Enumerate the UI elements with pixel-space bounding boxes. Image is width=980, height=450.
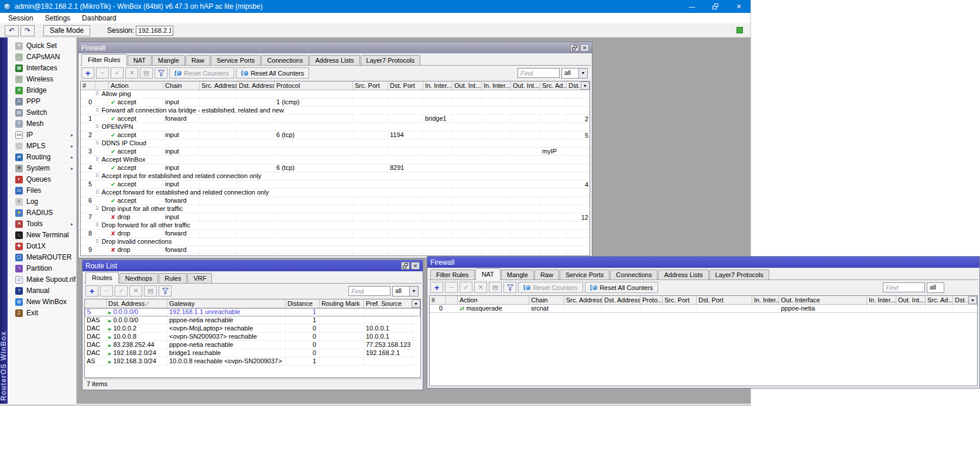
column-header[interactable]: Proto... bbox=[640, 296, 663, 304]
tab-vrf[interactable]: VRF bbox=[187, 273, 212, 283]
column-header[interactable]: Src. Ad... bbox=[926, 296, 953, 304]
enable-button[interactable]: ✓ bbox=[115, 285, 128, 296]
sidebar-item-ppp[interactable]: ≡PPP bbox=[8, 96, 76, 107]
window-close-button[interactable]: ✕ bbox=[411, 262, 420, 270]
column-header[interactable]: Src. Port bbox=[353, 81, 388, 90]
column-header[interactable] bbox=[95, 81, 109, 90]
filter-button[interactable] bbox=[155, 67, 167, 79]
route-row[interactable]: DAS▶0.0.0.0/0pppoe-netia reachable1 bbox=[85, 316, 420, 325]
sidebar-item-radius[interactable]: ●RADIUS bbox=[8, 207, 76, 219]
tab-nat[interactable]: NAT bbox=[128, 55, 152, 65]
comment-button[interactable]: ▤ bbox=[144, 285, 157, 296]
route-row[interactable]: DAC▶83.238.252.44pppoe-netia reachable07… bbox=[85, 341, 420, 349]
firewall-rule-row[interactable]: 0⇄masqueradesrcnatpppoe-netia bbox=[430, 305, 977, 313]
column-header[interactable]: Out. Int... bbox=[896, 296, 926, 304]
add-button[interactable]: + bbox=[430, 282, 443, 293]
column-header[interactable]: Gateway bbox=[167, 299, 286, 308]
sidebar-item-manual[interactable]: ?Manual bbox=[8, 285, 76, 296]
sidebar-item-log[interactable]: ≡Log bbox=[8, 196, 76, 207]
sidebar-item-mesh[interactable]: TMesh bbox=[8, 118, 76, 129]
find-input[interactable] bbox=[518, 68, 560, 78]
tab-layer7-protocols[interactable]: Layer7 Protocols bbox=[361, 55, 421, 65]
reset-counters-button[interactable]: ( Reset Counters bbox=[518, 282, 583, 293]
column-header[interactable]: Out. Int... bbox=[453, 81, 482, 90]
firewall-rule-row[interactable]: 0✔acceptinput1 (icmp) bbox=[81, 98, 590, 107]
filter-scope-dropdown[interactable]: all ▼ bbox=[392, 286, 419, 296]
column-header[interactable]: Dst. Port bbox=[388, 81, 423, 90]
sidebar-item-routing[interactable]: ⇄Routing▸ bbox=[8, 152, 76, 163]
column-header[interactable]: Out. Int... bbox=[511, 81, 540, 90]
column-header[interactable]: Chain bbox=[529, 296, 564, 304]
sidebar-item-tools[interactable]: ✕Tools▸ bbox=[8, 219, 76, 230]
tab-mangle[interactable]: Mangle bbox=[152, 55, 185, 65]
sidebar-item-mpls[interactable]: ◯MPLS▸ bbox=[8, 141, 76, 152]
comment-row[interactable]: ⠿OPENVPN bbox=[81, 123, 590, 131]
find-input[interactable] bbox=[883, 282, 925, 292]
disable-button[interactable]: ✕ bbox=[129, 285, 142, 296]
safe-mode-button[interactable]: Safe Mode bbox=[43, 25, 90, 36]
firewall-rule-row[interactable]: 7✘dropinput12 bbox=[81, 213, 590, 221]
firewall-rule-row[interactable]: 5✔acceptinput4 bbox=[81, 180, 590, 189]
sidebar-item-new-terminal[interactable]: >_New Terminal bbox=[8, 230, 76, 241]
comment-row[interactable]: ⠿Forward all connection via bridge - est… bbox=[81, 107, 590, 115]
firewall-rule-row[interactable]: 6✔acceptforward bbox=[81, 197, 590, 205]
restore-button[interactable] bbox=[704, 0, 727, 13]
comment-row[interactable]: ⠿Accept WinBox bbox=[81, 156, 590, 164]
column-header[interactable] bbox=[85, 299, 107, 308]
enable-button[interactable]: ✓ bbox=[460, 282, 472, 293]
column-header[interactable]: Chain bbox=[163, 81, 200, 90]
column-header[interactable]: Dst. Address∕ bbox=[107, 299, 167, 308]
tab-nat[interactable]: NAT bbox=[475, 268, 501, 280]
comment-button[interactable]: ▤ bbox=[140, 67, 153, 79]
close-button[interactable]: ✕ bbox=[727, 0, 751, 13]
tab-filter-rules[interactable]: Filter Rules bbox=[81, 54, 127, 66]
tab-connections[interactable]: Connections bbox=[261, 55, 309, 65]
firewall-rule-row[interactable]: 4✔acceptinput6 (tcp)8291 bbox=[81, 164, 590, 172]
sidebar-item-make-supout-rif[interactable]: ▱Make Supout.rif bbox=[8, 274, 76, 285]
tab-raw[interactable]: Raw bbox=[186, 55, 210, 65]
disable-button[interactable]: ✕ bbox=[474, 282, 487, 293]
column-header[interactable]: Dst. Port bbox=[697, 296, 752, 304]
comment-row[interactable]: ⠿Accept input for established and relate… bbox=[81, 172, 590, 180]
tab-filter-rules[interactable]: Filter Rules bbox=[430, 270, 475, 279]
column-header[interactable] bbox=[446, 296, 458, 304]
column-header[interactable]: Action bbox=[458, 296, 529, 304]
session-input[interactable] bbox=[136, 26, 173, 36]
reset-all-counters-button[interactable]: ( Reset All Counters bbox=[236, 67, 309, 79]
tab-connections[interactable]: Connections bbox=[610, 270, 657, 279]
comment-row[interactable]: ⠿Allow ping bbox=[81, 90, 590, 98]
column-header[interactable]: In. Inter... bbox=[867, 296, 896, 304]
window-restore-button[interactable] bbox=[401, 262, 410, 270]
undo-button[interactable]: ↶ bbox=[5, 25, 19, 36]
tab-raw[interactable]: Raw bbox=[534, 270, 559, 279]
column-header[interactable]: In. Inter... bbox=[423, 81, 453, 90]
filter-scope-dropdown[interactable]: all ▼ bbox=[561, 68, 588, 79]
column-header[interactable]: Src. Port bbox=[663, 296, 697, 304]
column-header[interactable]: Distance bbox=[286, 299, 320, 308]
firewall-rule-row[interactable]: 8✘dropforward bbox=[81, 230, 590, 238]
sidebar-item-wireless[interactable]: ◠Wireless bbox=[8, 74, 76, 85]
firewall-rule-row[interactable]: 9✘dropforward bbox=[81, 246, 590, 254]
column-header[interactable]: Protocol bbox=[275, 81, 353, 90]
add-button[interactable]: + bbox=[85, 285, 98, 296]
reset-all-counters-button[interactable]: ( Reset All Counters bbox=[585, 282, 658, 293]
column-header[interactable]: Src. Address bbox=[200, 81, 237, 90]
column-header[interactable]: # bbox=[81, 81, 95, 90]
column-header[interactable]: In. Inter... bbox=[752, 296, 779, 304]
window-close-button[interactable]: ✕ bbox=[580, 44, 589, 52]
comment-row[interactable]: ⠿Drop forward for all other traffic bbox=[81, 221, 590, 230]
column-header[interactable]: Action bbox=[109, 81, 163, 90]
window-restore-button[interactable] bbox=[570, 44, 579, 52]
route-row[interactable]: DAC▶10.0.0.2<ovpn-MojLaptop> reachable01… bbox=[85, 325, 420, 333]
sidebar-item-quick-set[interactable]: ✶Quick Set bbox=[8, 40, 76, 52]
sidebar-item-files[interactable]: ▭Files bbox=[8, 185, 76, 196]
route-row[interactable]: DAC▶10.0.0.8<ovpn-SN2009037> reachable01… bbox=[85, 333, 420, 341]
sidebar-item-switch[interactable]: ▤Switch bbox=[8, 107, 76, 118]
chevron-down-icon[interactable]: ▼ bbox=[410, 286, 419, 296]
comment-row[interactable]: ⠿Accept forward for established and rela… bbox=[81, 189, 590, 197]
column-header[interactable]: Dst. Address bbox=[237, 81, 275, 90]
firewall-nat-titlebar[interactable]: Firewall bbox=[427, 257, 979, 268]
comment-button[interactable]: ▤ bbox=[489, 282, 502, 293]
sidebar-item-ip[interactable]: 255IP▸ bbox=[8, 129, 76, 141]
sidebar-item-bridge[interactable]: ✕Bridge bbox=[8, 85, 76, 96]
